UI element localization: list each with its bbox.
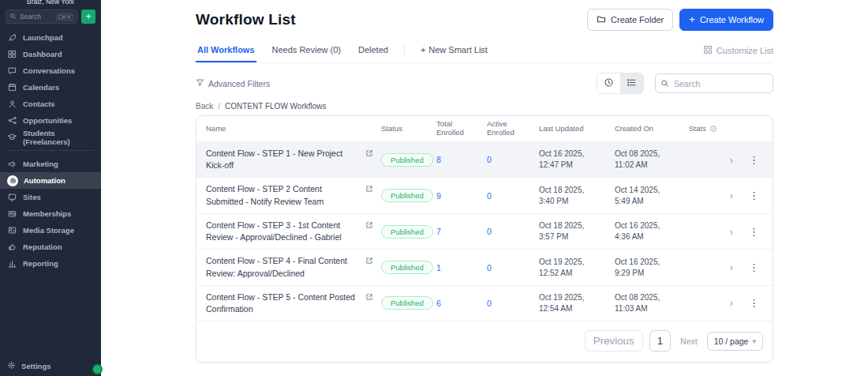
total-enrolled-link[interactable]: 6 xyxy=(436,299,487,308)
external-link-icon[interactable] xyxy=(365,183,373,196)
quick-add-button[interactable]: + xyxy=(81,9,95,24)
kebab-menu-icon[interactable]: ⋮ xyxy=(749,261,760,273)
table-row[interactable]: Content Flow - STEP 4 - Final Content Re… xyxy=(196,249,773,284)
active-enrolled-link[interactable]: 0 xyxy=(487,263,539,273)
workflow-name-link[interactable]: Content Flow - STEP 5 - Content Posted C… xyxy=(206,286,381,321)
active-enrolled-link[interactable]: 0 xyxy=(487,227,539,236)
previous-page-button[interactable]: Previous xyxy=(585,330,643,352)
sidebar-item-launchpad[interactable]: Launchpad xyxy=(0,29,101,46)
contacts-icon xyxy=(7,99,17,109)
chevron-right-icon[interactable]: › xyxy=(730,226,733,238)
tab-deleted[interactable]: Deleted xyxy=(357,39,390,62)
sidebar-item-dashboard[interactable]: Dashboard xyxy=(0,46,101,62)
chevron-right-icon[interactable]: › xyxy=(730,154,733,166)
page-size-select[interactable]: 10 / page ▾ xyxy=(707,332,763,351)
customize-list-button[interactable]: Customize List xyxy=(703,45,773,62)
current-page-button[interactable]: 1 xyxy=(649,330,671,352)
plus-icon: + xyxy=(689,16,695,24)
kebab-menu-icon[interactable]: ⋮ xyxy=(749,226,760,238)
total-enrolled-link[interactable]: 8 xyxy=(436,155,487,164)
sidebar-item-label: Opportunities xyxy=(23,116,72,125)
table-row[interactable]: Content Flow - STEP 2 Content Submitted … xyxy=(196,177,773,212)
total-enrolled-link[interactable]: 9 xyxy=(436,191,487,201)
create-folder-button[interactable]: Create Folder xyxy=(587,9,673,31)
filter-bar: Advanced Filters xyxy=(196,73,773,94)
workflow-name-link[interactable]: Content Flow - STEP 3 - 1st Content Revi… xyxy=(206,214,381,249)
external-link-icon[interactable] xyxy=(365,255,373,268)
tab-all-workflows[interactable]: All Workflows xyxy=(196,39,256,62)
tab-needs-review[interactable]: Needs Review (0) xyxy=(271,39,342,62)
active-enrolled-link[interactable]: 0 xyxy=(487,299,539,308)
kebab-menu-icon[interactable]: ⋮ xyxy=(749,190,760,201)
dashboard-icon xyxy=(7,49,17,59)
new-smart-list-label: New Smart List xyxy=(428,45,488,55)
account-switcher[interactable]: Braiz, New York xyxy=(0,0,101,6)
sidebar-item-label: Dashboard xyxy=(23,50,62,58)
sidebar-item-automation[interactable]: Automation xyxy=(0,172,101,189)
table-row[interactable]: Content Flow - STEP 3 - 1st Content Revi… xyxy=(196,213,773,249)
workflow-name-link[interactable]: Content Flow - STEP 4 - Final Content Re… xyxy=(206,250,381,284)
table-row[interactable]: Content Flow - STEP 5 - Content Posted C… xyxy=(196,285,773,321)
main-area: Workflow List Create Folder + Create Wor… xyxy=(101,0,868,376)
advanced-filters-button[interactable]: Advanced Filters xyxy=(196,78,270,88)
column-header-status: Status xyxy=(381,125,436,133)
info-icon xyxy=(709,125,717,133)
external-link-icon[interactable] xyxy=(365,220,373,232)
list-icon xyxy=(627,77,637,91)
sidebar-item-reporting[interactable]: Reporting xyxy=(0,255,101,272)
list-view-button[interactable] xyxy=(620,73,643,93)
gear-icon xyxy=(7,361,16,371)
workflow-name-link[interactable]: Content Flow - STEP 1 - New Project Kick… xyxy=(206,142,381,177)
workflow-name-link[interactable]: Content Flow - STEP 2 Content Submitted … xyxy=(206,178,381,212)
chevron-right-icon[interactable]: › xyxy=(730,261,733,273)
table-row[interactable]: Content Flow - STEP 1 - New Project Kick… xyxy=(196,141,773,177)
total-enrolled-link[interactable]: 7 xyxy=(436,227,487,236)
total-enrolled-link[interactable]: 1 xyxy=(436,263,487,273)
sidebar-item-memberships[interactable]: Memberships xyxy=(0,205,101,222)
sidebar-item-contacts[interactable]: Contacts xyxy=(0,96,101,112)
page-header: Workflow List Create Folder + Create Wor… xyxy=(196,0,773,31)
sidebar-item-media-storage[interactable]: Media Storage xyxy=(0,222,101,239)
opportunities-icon xyxy=(7,115,17,126)
table-header-row: Name Status Total Enrolled Active Enroll… xyxy=(196,116,773,141)
active-enrolled-link[interactable]: 0 xyxy=(487,191,539,201)
sidebar: Braiz, New York Search Ctrl K + Launchpa… xyxy=(0,0,101,376)
sidebar-item-reputation[interactable]: Reputation xyxy=(0,239,101,255)
tab-new-smart-list[interactable]: + New Smart List xyxy=(419,39,489,62)
breadcrumb-back-link[interactable]: Back xyxy=(196,102,213,111)
chevron-right-icon[interactable]: › xyxy=(730,297,733,309)
search-input[interactable] xyxy=(655,73,773,93)
sidebar-item-label: Contacts xyxy=(23,100,55,108)
media-storage-icon xyxy=(7,225,17,235)
keyboard-shortcut-badge: Ctrl K xyxy=(56,13,73,21)
column-header-total-enrolled: Total Enrolled xyxy=(436,120,487,137)
sidebar-item-opportunities[interactable]: Opportunities xyxy=(0,112,101,129)
tabs-bar: All Workflows Needs Review (0) Deleted +… xyxy=(196,39,773,63)
status-badge: Published xyxy=(381,153,433,167)
sidebar-item-marketing[interactable]: Marketing xyxy=(0,156,101,172)
chat-widget-button[interactable] xyxy=(92,364,103,374)
sidebar-item-settings[interactable]: Settings xyxy=(0,356,101,376)
external-link-icon[interactable] xyxy=(365,148,373,160)
sidebar-search-input[interactable]: Search Ctrl K xyxy=(6,9,77,24)
created-on-value: Oct 14 2025, 5:49 AM xyxy=(615,185,689,207)
create-workflow-button[interactable]: + Create Workflow xyxy=(679,9,773,31)
external-link-icon[interactable] xyxy=(365,291,373,304)
sidebar-item-sites[interactable]: Sites xyxy=(0,189,101,205)
active-enrolled-link[interactable]: 0 xyxy=(487,155,539,164)
created-on-value: Oct 16 2025, 9:29 PM xyxy=(615,257,689,279)
column-header-created-on: Created On xyxy=(615,125,689,133)
workflow-table-card: Name Status Total Enrolled Active Enroll… xyxy=(196,115,773,363)
kebab-menu-icon[interactable]: ⋮ xyxy=(749,154,760,166)
sidebar-item-calendars[interactable]: Calendars xyxy=(0,79,101,96)
sidebar-item-label: Sites xyxy=(23,193,41,201)
sidebar-search-row: Search Ctrl K + xyxy=(0,6,101,29)
sidebar-item-students[interactable]: Students (Freelancers) xyxy=(0,129,101,145)
caret-down-icon: ▾ xyxy=(752,337,756,345)
search-icon xyxy=(9,13,17,21)
kebab-menu-icon[interactable]: ⋮ xyxy=(749,297,760,309)
history-view-button[interactable] xyxy=(597,73,620,93)
chevron-right-icon[interactable]: › xyxy=(730,190,733,201)
sidebar-item-conversations[interactable]: Conversations xyxy=(0,62,101,79)
next-page-button[interactable]: Next xyxy=(677,333,701,350)
